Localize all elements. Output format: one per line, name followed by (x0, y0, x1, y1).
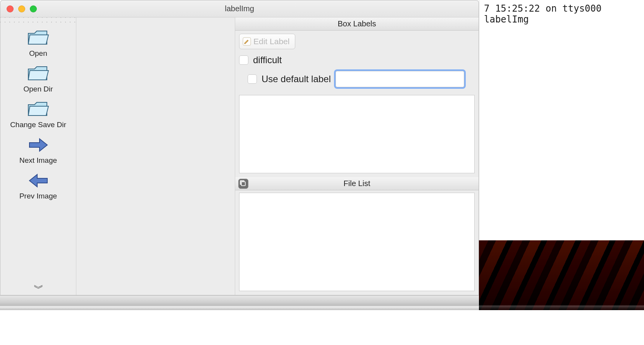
image-canvas[interactable] (76, 17, 235, 295)
edit-label-text: Edit Label (253, 37, 289, 46)
terminal-line-1: 7 15:25:22 on ttys000 (484, 3, 601, 14)
open-dir-button[interactable]: Open Dir (0, 60, 76, 96)
labelimg-window: labelImg Open (0, 0, 479, 295)
next-image-label: Next Image (19, 156, 57, 165)
change-save-dir-label: Change Save Dir (10, 121, 66, 129)
pencil-icon (243, 37, 251, 46)
toolbar-grip[interactable] (0, 17, 76, 24)
folder-icon (26, 100, 50, 119)
left-toolbar: Open Open Dir (0, 17, 76, 295)
difficult-label: difficult (253, 55, 282, 66)
prev-image-button[interactable]: Prev Image (0, 167, 76, 203)
change-save-dir-button[interactable]: Change Save Dir (0, 96, 76, 131)
right-panel: Box Labels Edit Label (235, 17, 479, 295)
titlebar[interactable]: labelImg (0, 0, 479, 17)
difficult-row: difficult (239, 55, 475, 66)
folder-icon (26, 28, 50, 48)
dock[interactable] (0, 305, 644, 310)
box-labels-body: Edit Label difficult Use default label (235, 31, 479, 177)
prev-image-label: Prev Image (19, 192, 57, 200)
difficult-checkbox[interactable] (239, 55, 248, 65)
terminal-window[interactable]: 7 15:25:22 on ttys000 labelImg (479, 0, 644, 240)
open-dir-label: Open Dir (23, 85, 53, 93)
next-image-button[interactable]: Next Image (0, 131, 76, 167)
box-labels-title: Box Labels (338, 19, 376, 28)
box-labels-header: Box Labels (235, 17, 479, 31)
use-default-label-text: Use default label (262, 74, 331, 85)
use-default-label-checkbox[interactable] (248, 74, 257, 84)
default-label-input[interactable] (336, 71, 464, 87)
file-listbox[interactable] (239, 193, 475, 291)
toolbar-overflow-icon[interactable]: ︾ (34, 285, 43, 292)
desktop-wallpaper (479, 240, 644, 310)
folder-icon (26, 64, 50, 83)
edit-label-button[interactable]: Edit Label (239, 34, 295, 49)
use-default-label-row: Use default label (239, 71, 475, 87)
window-bottom-chrome (0, 295, 479, 306)
file-list-title: File List (344, 179, 370, 188)
arrow-left-icon (26, 171, 50, 190)
arrow-right-icon (26, 135, 50, 155)
detach-panel-button[interactable] (238, 179, 248, 189)
label-listbox[interactable] (239, 95, 475, 173)
open-button[interactable]: Open (0, 24, 76, 60)
file-list-header: File List (235, 177, 479, 190)
window-title: labelImg (0, 4, 479, 13)
detach-icon (241, 181, 246, 186)
open-label: Open (29, 49, 47, 58)
terminal-line-2: labelImg (484, 14, 529, 25)
